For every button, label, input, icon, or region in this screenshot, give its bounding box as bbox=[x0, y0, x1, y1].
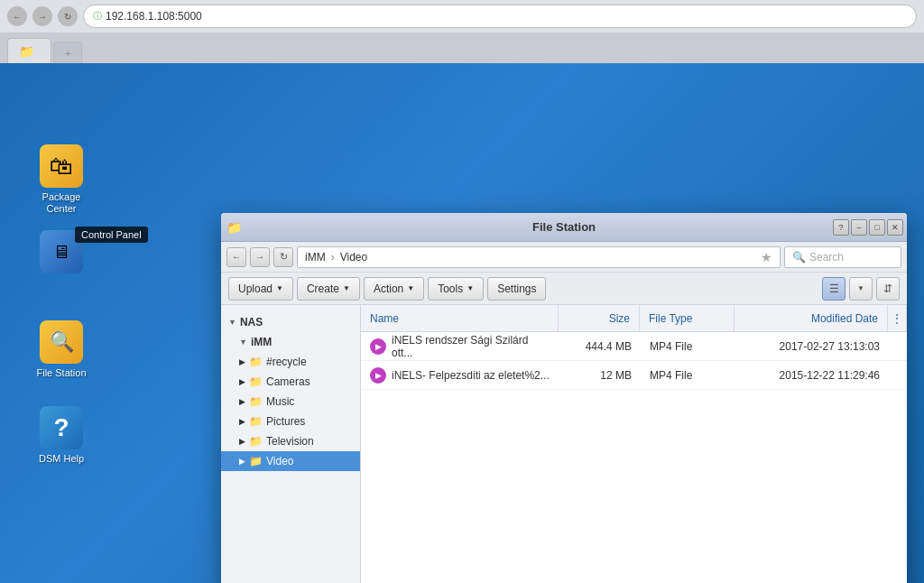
file-station-label: File Station bbox=[36, 367, 86, 379]
recycle-arrow-icon: ▶ bbox=[239, 357, 245, 366]
file-cell-size-1: 12 MB bbox=[559, 361, 641, 389]
television-label: Television bbox=[266, 435, 314, 448]
television-folder-icon: 📁 bbox=[249, 435, 263, 448]
table-row[interactable]: ▶ iNELS rendszer Sági Szilárd ott... 444… bbox=[361, 332, 907, 361]
file-cell-more-0 bbox=[889, 332, 907, 360]
tools-dropdown-arrow: ▼ bbox=[467, 284, 474, 292]
file-cell-date-1: 2015-12-22 11:29:46 bbox=[735, 361, 889, 389]
video-label: Video bbox=[266, 455, 293, 467]
action-button[interactable]: Action ▼ bbox=[364, 277, 424, 301]
file-cell-type-0: MP4 File bbox=[641, 332, 735, 360]
recycle-label: #recycle bbox=[266, 356, 307, 368]
file-list: Name Size File Type Modified Date ⋮ ▶ iN… bbox=[361, 305, 907, 583]
url-text: 192.168.1.108:5000 bbox=[106, 10, 202, 23]
tab-active[interactable]: 📁 bbox=[7, 38, 51, 63]
pictures-arrow-icon: ▶ bbox=[239, 417, 245, 426]
sidebar-item-music[interactable]: ▶ 📁 Music bbox=[221, 392, 360, 412]
star-icon[interactable]: ★ bbox=[761, 250, 772, 264]
window-addressbar: ← → ↻ iMM › Video ★ 🔍 Search bbox=[221, 242, 907, 273]
nas-label: NAS bbox=[240, 316, 263, 329]
view-controls: ☰ ▼ ⇵ bbox=[822, 277, 900, 301]
addr-refresh-button[interactable]: ↻ bbox=[273, 247, 293, 267]
cameras-label: Cameras bbox=[266, 375, 310, 388]
desktop-icon-package-center[interactable]: PackageCenter bbox=[25, 144, 97, 215]
settings-label: Settings bbox=[497, 282, 536, 295]
window-controls: ? – □ ✕ bbox=[833, 219, 903, 236]
pictures-label: Pictures bbox=[266, 415, 305, 428]
col-header-size[interactable]: Size bbox=[559, 305, 640, 331]
file-name-1: iNELS- Felpezsditi az eletet%2... bbox=[392, 369, 550, 382]
desktop: PackageCenter 🖥 Control Panel Control Pa… bbox=[0, 63, 924, 583]
create-label: Create bbox=[307, 282, 339, 295]
file-cell-name-0: ▶ iNELS rendszer Sági Szilárd ott... bbox=[361, 332, 559, 360]
upload-dropdown-arrow: ▼ bbox=[276, 284, 283, 292]
sidebar-imm-header[interactable]: ▼ iMM bbox=[221, 332, 360, 352]
package-center-label: PackageCenter bbox=[42, 191, 81, 215]
sidebar-item-recycle[interactable]: ▶ 📁 #recycle bbox=[221, 352, 360, 372]
window-folder-icon: 📁 bbox=[226, 220, 242, 235]
dsm-help-label: DSM Help bbox=[39, 453, 84, 465]
window-content: ▼ NAS ▼ iMM ▶ 📁 #recycle bbox=[221, 305, 907, 583]
sidebar-item-television[interactable]: ▶ 📁 Television bbox=[221, 431, 360, 451]
sidebar-imm-section: ▼ iMM ▶ 📁 #recycle ▶ 📁 Cameras bbox=[221, 332, 360, 471]
col-header-date[interactable]: Modified Date bbox=[735, 305, 888, 331]
window-titlebar: 📁 File Station ? – □ ✕ bbox=[221, 213, 907, 242]
create-button[interactable]: Create ▼ bbox=[297, 277, 360, 301]
television-arrow-icon: ▶ bbox=[239, 437, 245, 446]
tools-label: Tools bbox=[438, 282, 463, 295]
file-list-header: Name Size File Type Modified Date ⋮ bbox=[361, 305, 907, 332]
view-dropdown-button[interactable]: ▼ bbox=[849, 277, 873, 301]
maximize-button[interactable]: □ bbox=[869, 219, 885, 236]
addr-forward-button[interactable]: → bbox=[250, 247, 270, 267]
window-title: File Station bbox=[532, 220, 596, 234]
file-cell-type-1: MP4 File bbox=[641, 361, 735, 389]
video-folder-icon: 📁 bbox=[249, 455, 263, 467]
cameras-arrow-icon: ▶ bbox=[239, 377, 245, 386]
browser-toolbar: ← → ↻ ⓘ 192.168.1.108:5000 bbox=[0, 0, 924, 32]
tab-new[interactable]: + bbox=[53, 42, 82, 63]
sidebar-item-cameras[interactable]: ▶ 📁 Cameras bbox=[221, 372, 360, 392]
back-button[interactable]: ← bbox=[7, 6, 27, 26]
list-view-button[interactable]: ☰ bbox=[822, 277, 845, 301]
view-dropdown-arrow: ▼ bbox=[857, 284, 864, 292]
file-icon-0: ▶ bbox=[370, 338, 386, 355]
lock-icon: ⓘ bbox=[93, 10, 102, 23]
addr-back-button[interactable]: ← bbox=[226, 247, 246, 267]
forward-button[interactable]: → bbox=[32, 6, 52, 26]
imm-label: iMM bbox=[251, 336, 272, 348]
file-cell-date-0: 2017-02-27 13:13:03 bbox=[735, 332, 889, 360]
col-header-more[interactable]: ⋮ bbox=[888, 305, 907, 331]
sidebar-nas-section: ▼ NAS ▼ iMM ▶ 📁 #recycle bbox=[221, 312, 360, 471]
music-label: Music bbox=[266, 395, 294, 408]
action-dropdown-arrow: ▼ bbox=[407, 284, 414, 292]
file-cell-size-0: 444.4 MB bbox=[559, 332, 641, 360]
create-dropdown-arrow: ▼ bbox=[343, 284, 350, 292]
file-station-icon bbox=[40, 320, 83, 364]
upload-label: Upload bbox=[238, 282, 273, 295]
sidebar-nas-header[interactable]: ▼ NAS bbox=[221, 312, 360, 332]
window-toolbar: Upload ▼ Create ▼ Action ▼ Tools ▼ Setti… bbox=[221, 273, 907, 305]
file-station-window: 📁 File Station ? – □ ✕ ← → ↻ iMM › Video… bbox=[221, 213, 907, 583]
settings-button[interactable]: Settings bbox=[487, 277, 546, 301]
desktop-icon-control-panel[interactable]: 🖥 Control Panel Control Panel bbox=[25, 230, 97, 289]
col-header-name[interactable]: Name bbox=[361, 305, 559, 331]
table-row[interactable]: ▶ iNELS- Felpezsditi az eletet%2... 12 M… bbox=[361, 361, 907, 390]
tools-button[interactable]: Tools ▼ bbox=[428, 277, 484, 301]
sidebar-item-pictures[interactable]: ▶ 📁 Pictures bbox=[221, 412, 360, 431]
sidebar-item-video[interactable]: ▶ 📁 Video bbox=[221, 451, 360, 471]
desktop-icon-dsm-help[interactable]: DSM Help bbox=[25, 406, 97, 465]
help-button[interactable]: ? bbox=[833, 219, 849, 236]
dsm-help-icon bbox=[40, 406, 83, 449]
browser-tabs: 📁 + bbox=[0, 32, 924, 63]
minimize-button[interactable]: – bbox=[851, 219, 867, 236]
address-bar[interactable]: ⓘ 192.168.1.108:5000 bbox=[83, 5, 917, 28]
desktop-icon-file-station[interactable]: File Station bbox=[25, 320, 97, 379]
file-name-0: iNELS rendszer Sági Szilárd ott... bbox=[392, 334, 550, 359]
search-input[interactable]: 🔍 Search bbox=[784, 246, 901, 268]
reload-button[interactable]: ↻ bbox=[58, 6, 78, 26]
upload-button[interactable]: Upload ▼ bbox=[228, 277, 293, 301]
close-button[interactable]: ✕ bbox=[887, 219, 903, 236]
addr-path[interactable]: iMM › Video ★ bbox=[297, 246, 781, 268]
sort-button[interactable]: ⇵ bbox=[876, 277, 900, 301]
col-header-type[interactable]: File Type bbox=[640, 305, 735, 331]
